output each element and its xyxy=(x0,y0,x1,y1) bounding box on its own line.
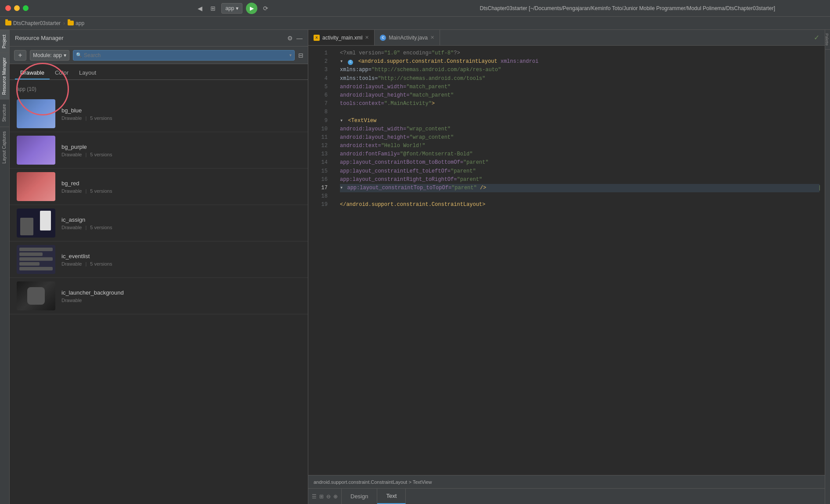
line-num-6: 6 xyxy=(316,91,331,100)
resource-manager-panel: Resource Manager ⚙ — + Module: app ▾ 🔍 ▾… xyxy=(10,30,308,504)
sync-icon[interactable]: ⟳ xyxy=(261,4,271,13)
minimize-panel-icon[interactable]: — xyxy=(296,35,303,42)
add-resource-button[interactable]: + xyxy=(14,50,26,61)
traffic-lights xyxy=(5,5,29,11)
resource-meta: Drawable | 5 versions xyxy=(61,152,301,157)
tab-label: activity_main.xml xyxy=(322,35,362,41)
tab-mainactivity-java[interactable]: C MainActivity.java ✕ xyxy=(375,30,440,45)
resource-thumbnail xyxy=(17,172,55,201)
editor-bottom-tabs: ☰ ⊞ ⊖ ⊕ Design Text xyxy=(308,488,825,504)
list-item[interactable]: ic_launcher_background Drawable xyxy=(10,278,308,314)
code-line-13: android:fontFamily="@font/Montserrat-Bol… xyxy=(340,150,819,158)
xml-file-icon: X xyxy=(314,35,320,41)
list-item[interactable]: bg_blue Drawable | 5 versions xyxy=(10,96,308,132)
code-line-4: xmlns:tools="http://schemas.android.com/… xyxy=(340,75,819,83)
java-file-icon: C xyxy=(380,35,386,41)
line-num-14: 14 xyxy=(316,158,331,167)
resource-type-tabs: Drawable Color Layout xyxy=(10,64,308,80)
list-item[interactable]: ic_assign Drawable | 5 versions xyxy=(10,205,308,241)
tab-close-button[interactable]: ✕ xyxy=(365,35,369,40)
app-selector-label: app xyxy=(225,5,234,11)
breadcrumb-app[interactable]: app xyxy=(68,20,84,26)
resource-versions: 5 versions xyxy=(90,115,112,121)
tab-text[interactable]: Text xyxy=(377,489,406,504)
code-line-15: app:layout_constraintLeft_toLeftOf="pare… xyxy=(340,167,819,176)
resource-search[interactable]: 🔍 ▾ xyxy=(73,50,295,61)
resource-name: ic_launcher_background xyxy=(61,289,301,296)
sidebar-item-resource-manager[interactable]: Resource Manager xyxy=(0,53,9,99)
resource-name: bg_red xyxy=(61,180,301,187)
code-line-5: android:layout_width="match_parent" xyxy=(340,83,819,91)
check-icon: ✓ xyxy=(814,33,819,42)
breadcrumb-app-label: app xyxy=(76,20,84,26)
maximize-button[interactable] xyxy=(23,5,29,11)
run-button[interactable]: ▶ xyxy=(246,3,257,14)
code-line-11: android:layout_height="wrap_content" xyxy=(340,133,819,142)
chevron-down-icon: ▾ xyxy=(236,5,238,11)
line-num-2: 2 xyxy=(316,58,331,66)
resource-type: Drawable xyxy=(61,188,82,194)
main-content: Project Resource Manager Structure Layou… xyxy=(0,30,830,504)
view-list-icon[interactable]: ☰ xyxy=(312,493,317,500)
minimize-button[interactable] xyxy=(14,5,20,11)
list-item[interactable]: ic_eventlist Drawable | 5 versions xyxy=(10,241,308,278)
resource-manager-toolbar: + Module: app ▾ 🔍 ▾ ⊟ xyxy=(10,47,308,64)
code-editor[interactable]: <?xml version="1.0" encoding="utf-8"?> ▾… xyxy=(335,46,825,475)
resource-thumbnail xyxy=(17,281,55,310)
line-num-19: 19 xyxy=(316,201,331,209)
list-item[interactable]: bg_red Drawable | 5 versions xyxy=(10,169,308,205)
tab-design[interactable]: Design xyxy=(342,489,377,504)
editor-area[interactable]: 1 2 3 4 5 6 7 8 9 10 11 12 13 14 15 16 1… xyxy=(308,46,825,475)
chevron-down-icon: ▾ xyxy=(64,52,66,58)
back-icon[interactable]: ◀ xyxy=(195,4,205,13)
search-icon: 🔍 xyxy=(76,52,82,58)
window-title: DtsChapter03starter [~/Documents/Pengaja… xyxy=(430,5,825,11)
sidebar-item-layout-captures[interactable]: Layout Captures xyxy=(0,126,9,168)
code-line-16: app:layout_constraintRight_toRightOf="pa… xyxy=(340,176,819,184)
search-dropdown-icon[interactable]: ▾ xyxy=(289,53,292,58)
line-num-7: 7 xyxy=(316,100,331,108)
breadcrumb-separator: › xyxy=(63,20,65,26)
code-line-1: <?xml version="1.0" encoding="utf-8"?> xyxy=(340,49,819,58)
path-constraint-layout[interactable]: android.support.constraint.ConstraintLay… xyxy=(314,479,432,485)
folder-icon xyxy=(5,21,11,25)
left-sidebar-tabs: Project Resource Manager Structure Layou… xyxy=(0,30,10,504)
line-num-12: 12 xyxy=(316,142,331,150)
code-line-14: app:layout_constraintBottom_toBottomOf="… xyxy=(340,158,819,167)
tab-color[interactable]: Color xyxy=(50,67,74,79)
tab-close-button[interactable]: ✕ xyxy=(430,35,434,40)
palette-tab[interactable]: Palette xyxy=(825,30,830,50)
close-button[interactable] xyxy=(5,5,11,11)
line-num-13: 13 xyxy=(316,150,331,158)
tab-drawable[interactable]: Drawable xyxy=(15,67,50,79)
resource-meta: Drawable | 5 versions xyxy=(61,115,301,121)
settings-icon[interactable]: ⚙ xyxy=(287,35,293,42)
sidebar-item-structure[interactable]: Structure xyxy=(0,99,9,126)
breadcrumb-root[interactable]: DtsChapter03starter xyxy=(5,20,61,26)
resource-info: ic_assign Drawable | 5 versions xyxy=(61,216,301,230)
editor-panel: X activity_main.xml ✕ C MainActivity.jav… xyxy=(308,30,825,504)
sidebar-item-project[interactable]: Project xyxy=(0,30,9,53)
zoom-in-icon[interactable]: ⊕ xyxy=(333,493,338,500)
line-num-4: 4 xyxy=(316,75,331,83)
resource-versions: 5 versions xyxy=(90,188,112,194)
layout-icon[interactable]: ⊞ xyxy=(208,4,218,13)
resource-type: Drawable xyxy=(61,261,82,266)
search-input[interactable] xyxy=(84,52,288,58)
module-selector[interactable]: Module: app ▾ xyxy=(30,50,69,61)
zoom-out-icon[interactable]: ⊖ xyxy=(326,493,331,500)
code-line-6: android:layout_height="match_parent" xyxy=(340,91,819,100)
line-num-5: 5 xyxy=(316,83,331,91)
tab-activity-main-xml[interactable]: X activity_main.xml ✕ xyxy=(308,30,375,45)
line-num-3: 3 xyxy=(316,66,331,74)
resource-name: ic_assign xyxy=(61,216,301,223)
filter-icon[interactable]: ⊟ xyxy=(298,52,303,59)
list-item[interactable]: bg_purple Drawable | 5 versions xyxy=(10,132,308,169)
view-grid-icon[interactable]: ⊞ xyxy=(319,493,324,500)
code-line-19: </android.support.constraint.ConstraintL… xyxy=(340,201,819,209)
resource-manager-header: Resource Manager ⚙ — xyxy=(10,30,308,47)
app-selector[interactable]: app ▾ xyxy=(221,3,242,14)
line-num-1: 1 xyxy=(316,49,331,58)
line-num-15: 15 xyxy=(316,167,331,176)
tab-layout[interactable]: Layout xyxy=(74,67,101,79)
